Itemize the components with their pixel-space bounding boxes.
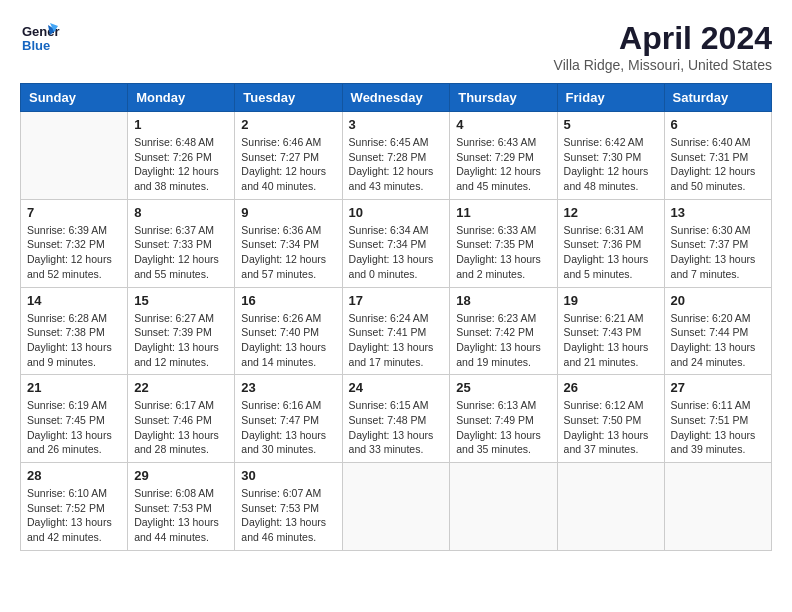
day-info: Sunrise: 6:16 AM Sunset: 7:47 PM Dayligh… <box>241 398 335 457</box>
day-info: Sunrise: 6:12 AM Sunset: 7:50 PM Dayligh… <box>564 398 658 457</box>
day-number: 1 <box>134 117 228 132</box>
day-info: Sunrise: 6:34 AM Sunset: 7:34 PM Dayligh… <box>349 223 444 282</box>
day-number: 23 <box>241 380 335 395</box>
day-info: Sunrise: 6:42 AM Sunset: 7:30 PM Dayligh… <box>564 135 658 194</box>
day-info: Sunrise: 6:27 AM Sunset: 7:39 PM Dayligh… <box>134 311 228 370</box>
table-row: 8Sunrise: 6:37 AM Sunset: 7:33 PM Daylig… <box>128 199 235 287</box>
calendar-week-row: 14Sunrise: 6:28 AM Sunset: 7:38 PM Dayli… <box>21 287 772 375</box>
col-sunday: Sunday <box>21 84 128 112</box>
table-row: 30Sunrise: 6:07 AM Sunset: 7:53 PM Dayli… <box>235 463 342 551</box>
day-number: 17 <box>349 293 444 308</box>
calendar-table: Sunday Monday Tuesday Wednesday Thursday… <box>20 83 772 551</box>
day-number: 15 <box>134 293 228 308</box>
day-info: Sunrise: 6:10 AM Sunset: 7:52 PM Dayligh… <box>27 486 121 545</box>
table-row: 11Sunrise: 6:33 AM Sunset: 7:35 PM Dayli… <box>450 199 557 287</box>
col-thursday: Thursday <box>450 84 557 112</box>
day-number: 3 <box>349 117 444 132</box>
day-info: Sunrise: 6:45 AM Sunset: 7:28 PM Dayligh… <box>349 135 444 194</box>
day-info: Sunrise: 6:39 AM Sunset: 7:32 PM Dayligh… <box>27 223 121 282</box>
day-number: 10 <box>349 205 444 220</box>
title-section: April 2024 Villa Ridge, Missouri, United… <box>554 20 772 73</box>
table-row: 22Sunrise: 6:17 AM Sunset: 7:46 PM Dayli… <box>128 375 235 463</box>
svg-text:Blue: Blue <box>22 38 50 53</box>
day-number: 2 <box>241 117 335 132</box>
day-info: Sunrise: 6:48 AM Sunset: 7:26 PM Dayligh… <box>134 135 228 194</box>
table-row: 7Sunrise: 6:39 AM Sunset: 7:32 PM Daylig… <box>21 199 128 287</box>
day-info: Sunrise: 6:23 AM Sunset: 7:42 PM Dayligh… <box>456 311 550 370</box>
day-number: 18 <box>456 293 550 308</box>
day-info: Sunrise: 6:24 AM Sunset: 7:41 PM Dayligh… <box>349 311 444 370</box>
day-number: 12 <box>564 205 658 220</box>
table-row <box>342 463 450 551</box>
day-number: 21 <box>27 380 121 395</box>
table-row: 26Sunrise: 6:12 AM Sunset: 7:50 PM Dayli… <box>557 375 664 463</box>
table-row: 12Sunrise: 6:31 AM Sunset: 7:36 PM Dayli… <box>557 199 664 287</box>
table-row: 20Sunrise: 6:20 AM Sunset: 7:44 PM Dayli… <box>664 287 771 375</box>
day-number: 26 <box>564 380 658 395</box>
day-info: Sunrise: 6:33 AM Sunset: 7:35 PM Dayligh… <box>456 223 550 282</box>
table-row: 3Sunrise: 6:45 AM Sunset: 7:28 PM Daylig… <box>342 112 450 200</box>
day-number: 28 <box>27 468 121 483</box>
table-row: 6Sunrise: 6:40 AM Sunset: 7:31 PM Daylig… <box>664 112 771 200</box>
day-info: Sunrise: 6:13 AM Sunset: 7:49 PM Dayligh… <box>456 398 550 457</box>
table-row: 28Sunrise: 6:10 AM Sunset: 7:52 PM Dayli… <box>21 463 128 551</box>
day-info: Sunrise: 6:28 AM Sunset: 7:38 PM Dayligh… <box>27 311 121 370</box>
table-row: 14Sunrise: 6:28 AM Sunset: 7:38 PM Dayli… <box>21 287 128 375</box>
day-info: Sunrise: 6:46 AM Sunset: 7:27 PM Dayligh… <box>241 135 335 194</box>
location: Villa Ridge, Missouri, United States <box>554 57 772 73</box>
day-number: 8 <box>134 205 228 220</box>
day-number: 13 <box>671 205 765 220</box>
table-row <box>21 112 128 200</box>
day-info: Sunrise: 6:11 AM Sunset: 7:51 PM Dayligh… <box>671 398 765 457</box>
day-info: Sunrise: 6:36 AM Sunset: 7:34 PM Dayligh… <box>241 223 335 282</box>
day-number: 11 <box>456 205 550 220</box>
day-number: 29 <box>134 468 228 483</box>
calendar-week-row: 7Sunrise: 6:39 AM Sunset: 7:32 PM Daylig… <box>21 199 772 287</box>
col-tuesday: Tuesday <box>235 84 342 112</box>
day-info: Sunrise: 6:37 AM Sunset: 7:33 PM Dayligh… <box>134 223 228 282</box>
day-info: Sunrise: 6:26 AM Sunset: 7:40 PM Dayligh… <box>241 311 335 370</box>
table-row: 25Sunrise: 6:13 AM Sunset: 7:49 PM Dayli… <box>450 375 557 463</box>
day-info: Sunrise: 6:30 AM Sunset: 7:37 PM Dayligh… <box>671 223 765 282</box>
day-number: 20 <box>671 293 765 308</box>
table-row <box>664 463 771 551</box>
table-row: 29Sunrise: 6:08 AM Sunset: 7:53 PM Dayli… <box>128 463 235 551</box>
day-info: Sunrise: 6:07 AM Sunset: 7:53 PM Dayligh… <box>241 486 335 545</box>
table-row <box>450 463 557 551</box>
day-number: 16 <box>241 293 335 308</box>
day-number: 4 <box>456 117 550 132</box>
table-row <box>557 463 664 551</box>
col-friday: Friday <box>557 84 664 112</box>
day-number: 9 <box>241 205 335 220</box>
day-info: Sunrise: 6:15 AM Sunset: 7:48 PM Dayligh… <box>349 398 444 457</box>
day-info: Sunrise: 6:08 AM Sunset: 7:53 PM Dayligh… <box>134 486 228 545</box>
table-row: 27Sunrise: 6:11 AM Sunset: 7:51 PM Dayli… <box>664 375 771 463</box>
table-row: 4Sunrise: 6:43 AM Sunset: 7:29 PM Daylig… <box>450 112 557 200</box>
day-number: 22 <box>134 380 228 395</box>
day-number: 27 <box>671 380 765 395</box>
table-row: 2Sunrise: 6:46 AM Sunset: 7:27 PM Daylig… <box>235 112 342 200</box>
day-info: Sunrise: 6:31 AM Sunset: 7:36 PM Dayligh… <box>564 223 658 282</box>
day-number: 5 <box>564 117 658 132</box>
table-row: 23Sunrise: 6:16 AM Sunset: 7:47 PM Dayli… <box>235 375 342 463</box>
table-row: 1Sunrise: 6:48 AM Sunset: 7:26 PM Daylig… <box>128 112 235 200</box>
table-row: 5Sunrise: 6:42 AM Sunset: 7:30 PM Daylig… <box>557 112 664 200</box>
day-info: Sunrise: 6:20 AM Sunset: 7:44 PM Dayligh… <box>671 311 765 370</box>
day-number: 30 <box>241 468 335 483</box>
logo-icon: General Blue <box>20 20 60 60</box>
day-number: 6 <box>671 117 765 132</box>
table-row: 9Sunrise: 6:36 AM Sunset: 7:34 PM Daylig… <box>235 199 342 287</box>
table-row: 17Sunrise: 6:24 AM Sunset: 7:41 PM Dayli… <box>342 287 450 375</box>
day-info: Sunrise: 6:21 AM Sunset: 7:43 PM Dayligh… <box>564 311 658 370</box>
logo: General Blue <box>20 20 60 60</box>
table-row: 13Sunrise: 6:30 AM Sunset: 7:37 PM Dayli… <box>664 199 771 287</box>
page-header: General Blue April 2024 Villa Ridge, Mis… <box>20 20 772 73</box>
col-monday: Monday <box>128 84 235 112</box>
day-number: 25 <box>456 380 550 395</box>
calendar-week-row: 1Sunrise: 6:48 AM Sunset: 7:26 PM Daylig… <box>21 112 772 200</box>
table-row: 16Sunrise: 6:26 AM Sunset: 7:40 PM Dayli… <box>235 287 342 375</box>
calendar-week-row: 21Sunrise: 6:19 AM Sunset: 7:45 PM Dayli… <box>21 375 772 463</box>
col-wednesday: Wednesday <box>342 84 450 112</box>
day-info: Sunrise: 6:17 AM Sunset: 7:46 PM Dayligh… <box>134 398 228 457</box>
table-row: 21Sunrise: 6:19 AM Sunset: 7:45 PM Dayli… <box>21 375 128 463</box>
